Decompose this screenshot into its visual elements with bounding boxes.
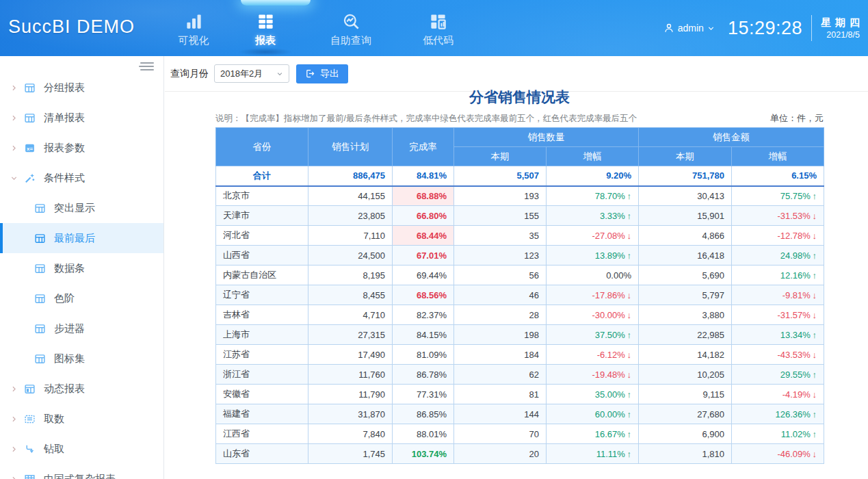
table-cell: 16,418 — [639, 246, 732, 266]
col-amount-group: 销售金额 — [639, 128, 824, 147]
sidebar-item-dynamic-report[interactable]: 动态报表 — [0, 374, 163, 404]
query-month-label: 查询月份 — [170, 68, 209, 80]
table-row: 天津市23,80566.80%1553.33% ↑15,901-31.53% ↓ — [216, 206, 824, 226]
sidebar-item-label: 突出显示 — [54, 202, 95, 215]
table-row: 山东省1,745103.74%2011.11% ↑1,810-46.09% ↓ — [216, 444, 824, 464]
table-row: 河北省7,11068.44%35-27.08% ↓4,866-12.78% ↓ — [216, 226, 824, 246]
fetch-icon — [24, 413, 36, 425]
sidebar-item-report-params[interactable]: x=报表参数 — [0, 133, 163, 163]
report-unit: 单位：件，元 — [770, 112, 824, 125]
chevron-right-icon — [10, 415, 18, 423]
chevron-right-icon — [10, 476, 18, 479]
table-cell: 4,866 — [639, 226, 732, 246]
grid-icon — [257, 12, 275, 31]
table-cell: 浙江省 — [216, 365, 308, 385]
table-cell: 安徽省 — [216, 385, 308, 404]
table-cell: 84.15% — [393, 325, 454, 345]
dyn-table-icon — [24, 383, 36, 395]
table-cell: 184 — [454, 345, 547, 365]
export-button-label: 导出 — [320, 68, 339, 80]
table-cell: 5,690 — [639, 266, 732, 285]
table-cell: 13.89% ↑ — [547, 246, 639, 266]
sidebar-item-group-report[interactable]: 分组报表 — [0, 73, 163, 103]
blocks-icon — [429, 12, 447, 31]
sidebar-item-drill[interactable]: 钻取 — [0, 434, 163, 464]
table-cell: 23,805 — [308, 206, 393, 226]
table-cell: 84.81% — [393, 166, 454, 186]
sidebar-item-label: 最前最后 — [54, 232, 95, 245]
table-row: 福建省31,87086.85%14460.00% ↑27,680126.36% … — [216, 404, 824, 424]
sidebar-item-color-scale[interactable]: 色阶 — [0, 283, 163, 313]
nav-item-low-code[interactable]: 低代码 — [395, 0, 481, 56]
search-chart-icon — [342, 12, 360, 31]
export-icon — [305, 68, 315, 79]
table-cell: 16.67% ↑ — [547, 424, 639, 444]
table-cell: -30.00% ↓ — [547, 305, 639, 325]
table-cell: -19.48% ↓ — [547, 365, 639, 385]
table-cell: 8,195 — [308, 266, 393, 285]
table-cell: 吉林省 — [216, 305, 308, 325]
sidebar-item-data-bar[interactable]: 数据条 — [0, 253, 163, 283]
nav-item-label: 报表 — [255, 34, 276, 47]
chevron-down-icon — [707, 25, 715, 32]
sidebar-item-fetch-data[interactable]: 取数 — [0, 404, 163, 434]
drill-icon — [24, 443, 36, 455]
export-button[interactable]: 导出 — [296, 64, 348, 83]
table-cell: 河北省 — [216, 226, 308, 246]
table-icon — [34, 323, 46, 335]
chevron-right-icon — [10, 144, 18, 152]
sidebar-item-label: 分组报表 — [44, 81, 85, 94]
table-cell: -9.81% ↓ — [732, 285, 824, 305]
table-cell: 山东省 — [216, 444, 308, 464]
table-cell: 13.34% ↑ — [732, 325, 824, 345]
clock: 15:29:28 — [728, 18, 802, 39]
nav-item-report[interactable]: 报表 — [224, 0, 306, 56]
sidebar-item-complex-report[interactable]: 中国式复杂报表 — [0, 464, 163, 479]
table-cell: -17.86% ↓ — [547, 285, 639, 305]
app-header: SuccBI DEMO 可视化报表自助查询低代码 admin 15:29:28 … — [0, 0, 868, 56]
table-cell: 31,870 — [308, 404, 393, 424]
sidebar-item-top-bottom[interactable]: 最前最后 — [0, 223, 163, 253]
table-row: 江西省7,84088.01%7016.67% ↑6,90011.02% ↑ — [216, 424, 824, 444]
table-cell: 江西省 — [216, 424, 308, 444]
table-cell: 22,985 — [639, 325, 732, 345]
table-cell: 4,710 — [308, 305, 393, 325]
chevron-down-icon — [10, 174, 18, 182]
table-cell: -43.53% ↓ — [732, 345, 824, 365]
sidebar-item-highlight[interactable]: 突出显示 — [0, 193, 163, 223]
table-cell: 24,500 — [308, 246, 393, 266]
sidebar-item-label: 数据条 — [54, 262, 85, 275]
table-cell: 8,455 — [308, 285, 393, 305]
table-row: 北京市44,15568.88%19378.70% ↑30,41375.75% ↑ — [216, 186, 824, 206]
month-select[interactable]: 2018年2月 — [214, 64, 289, 83]
sidebar-item-icon-set[interactable]: 图标集 — [0, 344, 163, 374]
sidebar-item-list-report[interactable]: 清单报表 — [0, 103, 163, 133]
col-rate: 完成率 — [393, 128, 454, 166]
table-cell: 7,110 — [308, 226, 393, 246]
nav-item-label: 低代码 — [423, 34, 453, 47]
table-cell: 天津市 — [216, 206, 308, 226]
table-cell: 24.98% ↑ — [732, 246, 824, 266]
table-cell: 886,475 — [308, 166, 393, 186]
table-cell: 15,901 — [639, 206, 732, 226]
table-cell: 5,797 — [639, 285, 732, 305]
user-menu[interactable]: admin — [663, 23, 715, 34]
nav-item-visualization[interactable]: 可视化 — [163, 0, 224, 56]
table-cell: 77.31% — [393, 385, 454, 404]
table-cell: -27.08% ↓ — [547, 226, 639, 246]
table-cell: 46 — [454, 285, 547, 305]
sidebar-item-stepper[interactable]: 步进器 — [0, 313, 163, 344]
col-qty-growth: 增幅 — [547, 147, 639, 166]
hamburger-icon[interactable] — [139, 61, 154, 72]
nav-item-self-query[interactable]: 自助查询 — [306, 0, 395, 56]
table-cell: -46.09% ↓ — [732, 444, 824, 464]
table-cell: 14,182 — [639, 345, 732, 365]
table-cell: 60.00% ↑ — [547, 404, 639, 424]
table-cell: 3,880 — [639, 305, 732, 325]
table-cell: 37.50% ↑ — [547, 325, 639, 345]
table-cell: 11,790 — [308, 385, 393, 404]
sidebar-item-conditional-style[interactable]: 条件样式 — [0, 163, 163, 193]
sidebar-item-label: 钻取 — [44, 443, 64, 456]
sidebar-item-label: 动态报表 — [44, 383, 85, 396]
table-cell: 11,760 — [308, 365, 393, 385]
